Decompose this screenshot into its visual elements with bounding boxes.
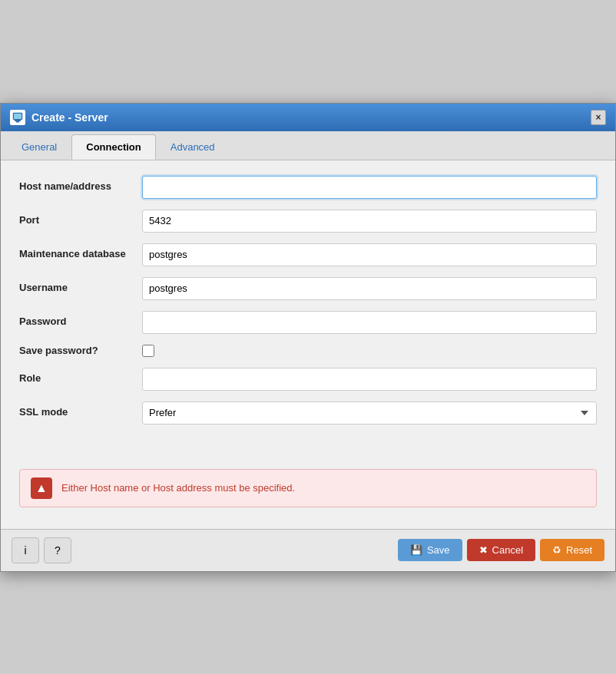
create-server-dialog: Create - Server × General Connection Adv…: [0, 103, 616, 572]
tab-advanced[interactable]: Advanced: [156, 134, 230, 160]
title-bar: Create - Server ×: [1, 104, 615, 131]
reset-label: Reset: [566, 544, 592, 556]
svg-rect-1: [15, 120, 21, 121]
cancel-label: Cancel: [492, 544, 523, 556]
username-label: Username: [19, 277, 142, 295]
reset-button[interactable]: ♻ Reset: [540, 539, 604, 561]
role-row: Role: [19, 368, 597, 391]
password-input[interactable]: [142, 311, 597, 334]
footer-right-buttons: 💾 Save ✖ Cancel ♻ Reset: [398, 539, 604, 561]
reset-icon: ♻: [552, 544, 561, 556]
save-icon: 💾: [410, 544, 422, 556]
dialog-title: Create - Server: [31, 111, 108, 124]
ssl-mode-row: SSL mode Allow Disable Prefer Require Ve…: [19, 401, 597, 425]
save-password-row: Save password?: [19, 345, 597, 357]
host-row: Host name/address: [19, 176, 597, 199]
password-label: Password: [19, 311, 142, 329]
save-password-label: Save password?: [19, 345, 142, 356]
port-control: [142, 210, 597, 233]
host-input[interactable]: [142, 176, 597, 199]
password-row: Password: [19, 311, 597, 334]
cancel-button[interactable]: ✖ Cancel: [467, 539, 535, 561]
host-label: Host name/address: [19, 176, 142, 193]
svg-rect-2: [16, 121, 19, 123]
dialog-icon: [10, 110, 25, 125]
footer-left-buttons: i ?: [12, 537, 71, 563]
username-row: Username: [19, 277, 597, 300]
role-label: Role: [19, 368, 142, 385]
password-control: [142, 311, 597, 334]
title-bar-left: Create - Server: [10, 110, 108, 125]
error-icon: ▲: [31, 477, 52, 499]
ssl-mode-label: SSL mode: [19, 401, 142, 419]
username-input[interactable]: [142, 277, 597, 300]
tabs-container: General Connection Advanced: [1, 131, 615, 160]
save-password-checkbox[interactable]: [142, 345, 154, 357]
username-control: [142, 277, 597, 300]
close-button[interactable]: ×: [591, 110, 606, 125]
help-button[interactable]: ?: [44, 537, 71, 563]
maintenance-db-label: Maintenance database: [19, 243, 142, 261]
info-button[interactable]: i: [12, 537, 39, 563]
host-control: [142, 176, 597, 199]
tab-general[interactable]: General: [7, 134, 71, 160]
spacer: [19, 435, 597, 466]
ssl-mode-control: Allow Disable Prefer Require Verify-CA V…: [142, 401, 597, 425]
role-control: [142, 368, 597, 391]
dialog-footer: i ? 💾 Save ✖ Cancel ♻ Reset: [1, 529, 615, 571]
maintenance-db-row: Maintenance database: [19, 243, 597, 266]
port-row: Port: [19, 210, 597, 233]
save-button[interactable]: 💾 Save: [398, 539, 462, 561]
svg-rect-3: [14, 114, 22, 119]
port-input[interactable]: [142, 210, 597, 233]
error-message: Either Host name or Host address must be…: [61, 482, 295, 494]
form-content: Host name/address Port Maintenance datab…: [1, 160, 615, 529]
role-input[interactable]: [142, 368, 597, 391]
save-label: Save: [427, 544, 450, 556]
ssl-mode-select[interactable]: Allow Disable Prefer Require Verify-CA V…: [142, 401, 597, 425]
error-banner: ▲ Either Host name or Host address must …: [19, 469, 597, 507]
port-label: Port: [19, 210, 142, 227]
maintenance-db-control: [142, 243, 597, 266]
maintenance-db-input[interactable]: [142, 243, 597, 266]
cancel-icon: ✖: [479, 544, 488, 556]
tab-connection[interactable]: Connection: [71, 134, 156, 160]
